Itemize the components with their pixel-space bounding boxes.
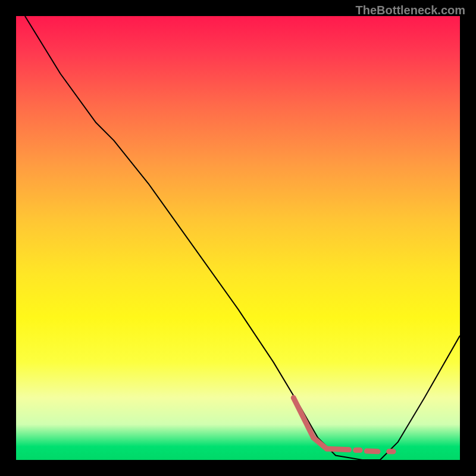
svg-line-2 [327, 449, 349, 449]
curve-line [25, 16, 460, 460]
svg-line-4 [367, 451, 378, 452]
watermark-text: TheBottleneck.com [356, 4, 465, 17]
chart-svg [16, 16, 460, 460]
chart-plot-area [16, 16, 460, 460]
highlight-segments [293, 398, 393, 452]
svg-line-0 [293, 398, 314, 438]
